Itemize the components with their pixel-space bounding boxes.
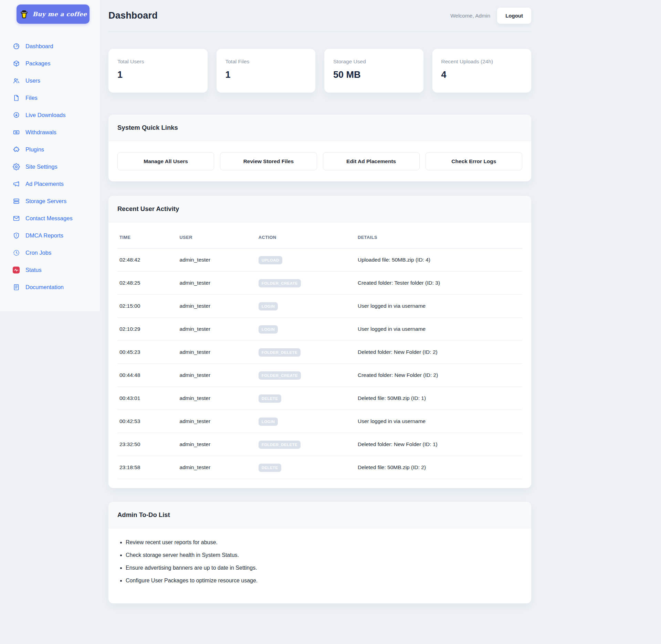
activity-table-row: 02:10:29 admin_tester LOGIN User logged … [117, 318, 522, 341]
action-badge: DELETE [259, 394, 281, 403]
recent-activity-title: Recent User Activity [117, 205, 522, 213]
sidebar-item-label: Contact Messages [25, 214, 73, 223]
sidebar-item-plugins[interactable]: Plugins [0, 141, 100, 158]
quick-link-button-edit-ad-placements[interactable]: Edit Ad Placements [323, 152, 420, 170]
activity-time: 23:32:50 [117, 433, 176, 456]
sidebar-item-label: Documentation [25, 283, 64, 292]
stat-value: 1 [225, 70, 307, 80]
activity-table-row: 00:42:53 admin_tester LOGIN User logged … [117, 410, 522, 433]
page-title: Dashboard [108, 10, 450, 21]
users-icon [12, 77, 20, 84]
quick-link-button-review-stored-files[interactable]: Review Stored Files [220, 152, 317, 170]
sidebar-item-withdrawals[interactable]: Withdrawals [0, 124, 100, 141]
activity-user: admin_tester [176, 456, 255, 479]
activity-details: User logged in via username [354, 318, 522, 341]
activity-user: admin_tester [176, 341, 255, 364]
activity-time: 23:18:58 [117, 456, 176, 479]
recent-activity-body: TIME USER ACTION DETAILS 02:48:42 admin_… [108, 222, 531, 488]
activity-time: 00:44:48 [117, 364, 176, 387]
stat-card-total-users: Total Users 1 [108, 49, 208, 93]
clock-icon [12, 249, 20, 256]
box-icon [12, 60, 20, 67]
activity-table-row: 00:43:01 admin_tester DELETE Deleted fil… [117, 387, 522, 410]
activity-details: Created folder: Tester folder (ID: 3) [354, 272, 522, 295]
activity-table-row: 02:48:42 admin_tester UPLOAD Uploaded fi… [117, 249, 522, 272]
stat-label: Recent Uploads (24h) [441, 59, 523, 65]
sidebar-item-label: Status [25, 265, 42, 274]
todo-header: Admin To-Do List [108, 502, 531, 528]
quick-link-button-check-error-logs[interactable]: Check Error Logs [426, 152, 522, 170]
sidebar-item-live-downloads[interactable]: Live Downloads [0, 106, 100, 124]
activity-user: admin_tester [176, 433, 255, 456]
sidebar-item-packages[interactable]: Packages [0, 55, 100, 72]
banknote-icon [12, 128, 20, 136]
sidebar-item-storage-servers[interactable]: Storage Servers [0, 192, 100, 210]
activity-table-row: 00:45:23 admin_tester FOLDER_DELETE Dele… [117, 341, 522, 364]
recent-activity-header: Recent User Activity [108, 196, 531, 222]
todo-item: Configure User Packages to optimize reso… [126, 578, 522, 584]
column-user: USER [176, 226, 255, 249]
action-badge: FOLDER_CREATE [259, 279, 301, 287]
column-action: ACTION [255, 226, 354, 249]
activity-user: admin_tester [176, 295, 255, 318]
sidebar-item-documentation[interactable]: Documentation [0, 278, 100, 296]
logout-button[interactable]: Logout [497, 8, 531, 24]
pulse-icon [12, 266, 20, 274]
sidebar-item-label: Packages [25, 59, 50, 68]
download-circle-icon [12, 111, 20, 119]
sidebar-item-label: Dashboard [25, 42, 53, 51]
activity-details: Deleted file: 50MB.zip (ID: 2) [354, 456, 522, 479]
sidebar-item-site-settings[interactable]: Site Settings [0, 158, 100, 175]
coffee-cup-icon [19, 9, 29, 19]
quick-links-title: System Quick Links [117, 124, 522, 131]
activity-table-row: 23:32:50 admin_tester FOLDER_DELETE Dele… [117, 433, 522, 456]
stat-label: Total Users [117, 59, 199, 65]
main-area: Dashboard Welcome, Admin Logout Total Us… [100, 0, 661, 624]
activity-table-header-row: TIME USER ACTION DETAILS [117, 226, 522, 249]
column-time: TIME [117, 226, 176, 249]
book-icon [12, 283, 20, 291]
gear-icon [12, 163, 20, 170]
envelope-icon [12, 214, 20, 222]
recent-activity-card: Recent User Activity TIME USER ACTION DE… [108, 196, 531, 488]
gauge-icon [12, 42, 20, 50]
sidebar-item-status[interactable]: Status [0, 261, 100, 278]
stat-label: Total Files [225, 59, 307, 65]
action-badge: DELETE [259, 464, 281, 472]
stat-card-storage-used: Storage Used 50 MB [324, 49, 423, 93]
todo-list: Review recent user reports for abuse. Ch… [117, 539, 522, 584]
quick-links-header: System Quick Links [108, 115, 531, 141]
quick-links-body: Manage All Users Review Stored Files Edi… [108, 141, 531, 181]
activity-table-row: 23:18:58 admin_tester DELETE Deleted fil… [117, 456, 522, 479]
activity-details: Deleted folder: New Folder (ID: 2) [354, 341, 522, 364]
sidebar-item-dashboard[interactable]: Dashboard [0, 38, 100, 55]
sidebar-item-users[interactable]: Users [0, 72, 100, 89]
sidebar-item-ad-placements[interactable]: Ad Placements [0, 175, 100, 192]
megaphone-icon [12, 180, 20, 188]
sidebar-item-label: Files [25, 93, 38, 102]
activity-time: 00:43:01 [117, 387, 176, 410]
activity-details: Created folder: New Folder (ID: 2) [354, 364, 522, 387]
activity-table: TIME USER ACTION DETAILS 02:48:42 admin_… [117, 226, 522, 479]
stat-card-total-files: Total Files 1 [217, 49, 316, 93]
activity-time: 02:15:00 [117, 295, 176, 318]
sidebar-item-label: Storage Servers [25, 197, 66, 205]
sidebar-item-cron-jobs[interactable]: Cron Jobs [0, 244, 100, 261]
activity-time: 00:42:53 [117, 410, 176, 433]
sidebar-item-dmca-reports[interactable]: DMCA Reports [0, 227, 100, 244]
sidebar-item-files[interactable]: Files [0, 89, 100, 106]
activity-table-row: 00:44:48 admin_tester FOLDER_CREATE Crea… [117, 364, 522, 387]
activity-time: 02:48:42 [117, 249, 176, 272]
action-badge: FOLDER_DELETE [259, 441, 301, 449]
stat-value: 50 MB [333, 70, 415, 80]
todo-body: Review recent user reports for abuse. Ch… [108, 528, 531, 603]
sidebar-item-contact-messages[interactable]: Contact Messages [0, 210, 100, 227]
stat-label: Storage Used [333, 59, 415, 65]
activity-user: admin_tester [176, 249, 255, 272]
activity-user: admin_tester [176, 410, 255, 433]
sidebar-item-label: Live Downloads [25, 110, 65, 119]
buy-me-a-coffee-button[interactable]: Buy me a coffee [17, 4, 90, 24]
quick-link-button-manage-all-users[interactable]: Manage All Users [117, 152, 214, 170]
todo-item: Review recent user reports for abuse. [126, 539, 522, 546]
stat-card-recent-uploads-24h: Recent Uploads (24h) 4 [432, 49, 532, 93]
